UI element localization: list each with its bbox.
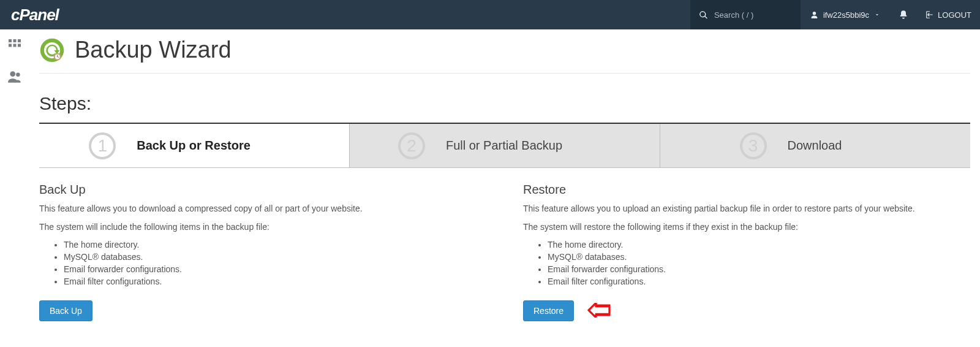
step-3-number: 3: [740, 132, 767, 159]
list-item: The home directory.: [64, 238, 486, 251]
list-item: MySQL® databases.: [548, 251, 970, 263]
backup-desc-1: This feature allows you to download a co…: [39, 202, 486, 216]
steps-bar: 1 Back Up or Restore 2 Full or Partial B…: [39, 123, 970, 168]
step-3-label: Download: [788, 139, 842, 153]
list-item: MySQL® databases.: [64, 251, 486, 263]
list-item: Email filter configurations.: [548, 275, 970, 288]
svg-rect-5: [18, 44, 21, 47]
apps-grid-icon[interactable]: [7, 38, 22, 55]
bell-icon: [899, 10, 908, 20]
backup-column: Back Up This feature allows you to downl…: [39, 183, 486, 321]
main-content: Backup Wizard Steps: 1 Back Up or Restor…: [29, 29, 980, 334]
top-navbar: cPanel ifw22s5bbi9c LOGOUT: [0, 0, 980, 29]
step-2-number: 2: [398, 132, 425, 159]
list-item: Email forwarder configurations.: [64, 263, 486, 275]
restore-button[interactable]: Restore: [523, 300, 574, 321]
backup-items-list: The home directory. MySQL® databases. Em…: [64, 238, 486, 288]
step-2[interactable]: 2 Full or Partial Backup: [350, 124, 660, 167]
restore-desc-1: This feature allows you to upload an exi…: [523, 202, 970, 216]
svg-rect-2: [18, 39, 21, 42]
svg-rect-0: [9, 39, 12, 42]
list-item: The home directory.: [548, 238, 970, 251]
notifications-button[interactable]: [890, 0, 917, 29]
logo-text: cPanel: [11, 6, 59, 25]
user-menu[interactable]: ifw22s5bbi9c: [801, 0, 890, 29]
users-icon[interactable]: [7, 69, 23, 87]
restore-column: Restore This feature allows you to uploa…: [523, 183, 970, 321]
restore-items-list: The home directory. MySQL® databases. Em…: [548, 238, 970, 288]
list-item: Email forwarder configurations.: [548, 263, 970, 275]
step-1-label: Back Up or Restore: [137, 139, 251, 153]
backup-button[interactable]: Back Up: [39, 300, 92, 321]
step-3[interactable]: 3 Download: [660, 124, 970, 167]
svg-rect-4: [13, 44, 17, 47]
logout-label: LOGOUT: [938, 10, 971, 20]
backup-desc-2: The system will include the following it…: [39, 220, 486, 235]
list-item: Email filter configurations.: [64, 275, 486, 288]
page-title: Backup Wizard: [75, 37, 232, 63]
caret-down-icon: [874, 12, 880, 18]
backup-heading: Back Up: [39, 183, 486, 197]
content-columns: Back Up This feature allows you to downl…: [39, 183, 970, 321]
restore-desc-2: The system will restore the following it…: [523, 220, 970, 235]
svg-rect-3: [9, 44, 12, 47]
step-2-label: Full or Partial Backup: [446, 139, 562, 153]
cpanel-logo[interactable]: cPanel: [0, 0, 70, 29]
step-1-number: 1: [89, 132, 116, 159]
search-container[interactable]: [690, 0, 801, 29]
left-sidebar: [0, 29, 29, 347]
svg-rect-1: [13, 39, 17, 42]
annotation-arrow-icon: [587, 303, 611, 320]
logout-icon: [925, 10, 934, 19]
logout-button[interactable]: LOGOUT: [917, 0, 980, 29]
backup-wizard-icon: [39, 37, 65, 63]
restore-heading: Restore: [523, 183, 970, 197]
svg-point-6: [10, 71, 15, 77]
username-label: ifw22s5bbi9c: [823, 10, 869, 20]
page-header: Backup Wizard: [39, 37, 970, 74]
svg-point-7: [16, 73, 20, 77]
search-input[interactable]: [714, 10, 788, 20]
search-icon: [699, 10, 708, 20]
user-icon: [810, 11, 818, 19]
steps-heading: Steps:: [39, 93, 970, 114]
step-1[interactable]: 1 Back Up or Restore: [39, 124, 350, 167]
